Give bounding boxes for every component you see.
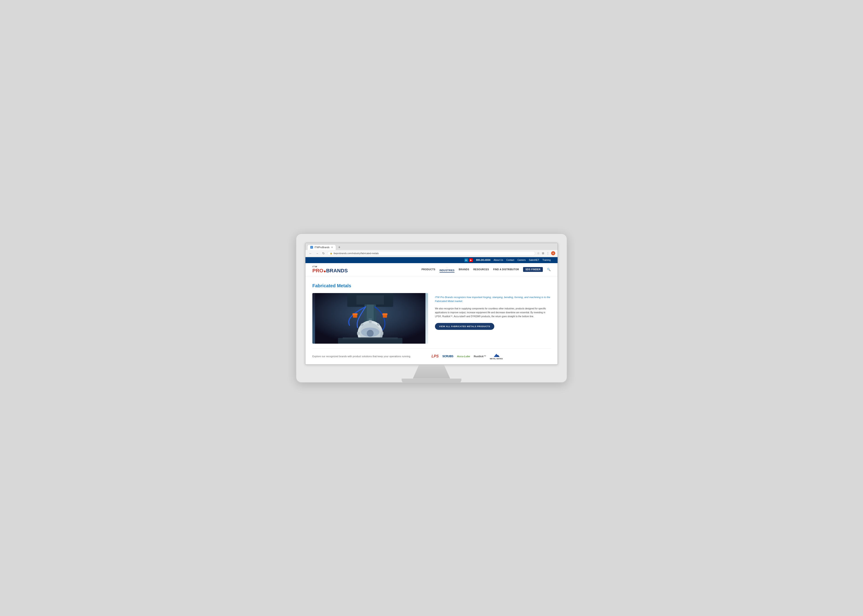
nav-industries-container: ··· INDUSTRIES <box>440 267 455 272</box>
browser-chrome: i ITWProBrands ✕ + ← → ↻ 🔒 itwprobrands.… <box>305 243 558 257</box>
phone-number[interactable]: 800-241-8334 <box>476 259 490 261</box>
svg-rect-9 <box>383 315 387 317</box>
nav-brands[interactable]: BRANDS <box>459 268 469 271</box>
logo-brands-text: BRANDS <box>326 268 348 274</box>
utility-links: About Us Contact Careers SalesNET Traini… <box>494 259 551 261</box>
monitor-base <box>402 379 461 383</box>
address-bar[interactable]: 🔒 itwprobrands.com/industry/fabricated-m… <box>327 251 535 256</box>
browser-toolbar: ← → ↻ 🔒 itwprobrands.com/industry/fabric… <box>305 250 558 257</box>
nav-links: PRODUCTS ··· INDUSTRIES BRANDS RESOURCES… <box>421 267 551 272</box>
description-italic: ITW Pro Brands recognizes how important … <box>435 295 551 303</box>
svg-rect-5 <box>367 305 374 321</box>
extensions-button[interactable]: ⊞ <box>541 251 545 255</box>
toolbar-actions: ☆ ⊞ ⋮ A <box>537 251 555 255</box>
profile-avatar[interactable]: A <box>551 251 555 255</box>
svg-rect-8 <box>353 315 357 317</box>
lock-icon: 🔒 <box>330 252 332 255</box>
description-body: We also recognize that in supplying comp… <box>435 306 551 318</box>
careers-link[interactable]: Careers <box>517 259 526 261</box>
logo-pro-text: PRO <box>312 268 324 273</box>
nav-products[interactable]: PRODUCTS <box>421 268 435 271</box>
logo-dot <box>324 270 326 272</box>
tab-close-button[interactable]: ✕ <box>331 246 333 249</box>
brand-rustlick-logo[interactable]: Rustlick™ <box>474 355 486 358</box>
tabs-bar: i ITWProBrands ✕ + <box>305 243 558 250</box>
nav-sds-finder[interactable]: SDS FINDER <box>523 267 543 272</box>
svg-point-26 <box>361 328 379 337</box>
tab-title: ITWProBrands <box>314 246 330 249</box>
reload-button[interactable]: ↻ <box>321 251 326 256</box>
salesnet-link[interactable]: SalesNET <box>529 259 539 261</box>
metalmates-mountain-icon <box>493 353 500 358</box>
page-title: Fabricated Metals <box>312 283 551 288</box>
svg-rect-3 <box>357 295 384 305</box>
logo-itw-text: ITW <box>312 266 318 268</box>
brands-logos: LPS SCRUBS Accu-Lube Rustlick™ METAL MAT… <box>432 353 551 360</box>
new-tab-button[interactable]: + <box>337 245 342 249</box>
menu-button[interactable]: ⋮ <box>546 251 550 255</box>
search-button[interactable]: 🔍 <box>547 268 551 271</box>
active-tab[interactable]: i ITWProBrands ✕ <box>307 245 336 250</box>
forward-button[interactable]: → <box>314 251 320 256</box>
svg-rect-11 <box>382 313 388 315</box>
nav-industries[interactable]: INDUSTRIES <box>440 269 455 273</box>
brand-scrubs-logo[interactable]: SCRUBS <box>442 355 453 358</box>
main-navigation: ITW PRO BRANDS PRODUCTS ··· INDUSTRIES <box>305 263 558 276</box>
brands-explore-text: Explore our recognized brands with produ… <box>312 353 432 360</box>
svg-rect-25 <box>343 338 398 339</box>
brand-metalmates-logo[interactable]: METAL MATES <box>490 353 503 360</box>
industry-image <box>312 293 428 344</box>
website-content: in ▶ 800-241-8334 About Us Contact Caree… <box>305 257 558 365</box>
content-grid: ITW Pro Brands recognizes how important … <box>312 293 551 344</box>
tab-favicon: i <box>310 246 313 249</box>
url-text: itwprobrands.com/industry/fabricated-met… <box>333 252 379 255</box>
nav-distributor[interactable]: FIND A DISTRIBUTOR <box>493 268 519 271</box>
contact-link[interactable]: Contact <box>506 259 514 261</box>
brand-acculube-logo[interactable]: Accu-Lube <box>457 355 470 358</box>
back-button[interactable]: ← <box>308 251 313 256</box>
industry-description: ITW Pro Brands recognizes how important … <box>435 293 551 344</box>
metalmates-text: METAL MATES <box>490 358 503 360</box>
social-icons: in ▶ <box>464 258 473 262</box>
svg-rect-15 <box>369 320 372 323</box>
about-us-link[interactable]: About Us <box>494 259 503 261</box>
brand-lps-logo[interactable]: LPS <box>432 354 439 358</box>
bookmark-button[interactable]: ☆ <box>537 251 540 255</box>
nav-resources[interactable]: RESOURCES <box>473 268 489 271</box>
utility-bar: in ▶ 800-241-8334 About Us Contact Caree… <box>305 257 558 263</box>
brands-section: Explore our recognized brands with produ… <box>312 348 551 365</box>
cnc-machine-illustration <box>312 293 428 344</box>
monitor-stand <box>411 365 452 379</box>
page-content: Fabricated Metals <box>305 276 558 365</box>
industry-image-container <box>312 293 428 344</box>
svg-rect-10 <box>353 313 358 315</box>
training-link[interactable]: Training <box>542 259 551 261</box>
browser-window: i ITWProBrands ✕ + ← → ↻ 🔒 itwprobrands.… <box>305 243 558 365</box>
youtube-icon[interactable]: ▶ <box>469 258 473 262</box>
linkedin-icon[interactable]: in <box>464 258 468 262</box>
site-logo[interactable]: ITW PRO BRANDS <box>312 266 348 274</box>
cta-button[interactable]: VIEW ALL FABRICATED METALS PRODUCTS <box>435 323 494 330</box>
